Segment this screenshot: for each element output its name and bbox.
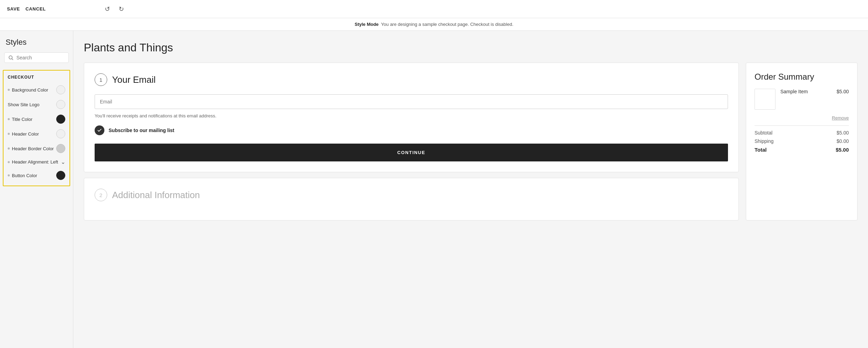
checkout-section: CHECKOUT Background Color Show Site Logo <box>3 70 70 186</box>
top-bar: SAVE CANCEL ↺ ↻ <box>0 0 868 18</box>
top-bar-left: SAVE CANCEL <box>7 6 46 12</box>
header-border-color-swatch[interactable] <box>56 144 65 153</box>
step1-title: Your Email <box>112 74 156 85</box>
step2-header: 2 Additional Information <box>95 189 728 201</box>
item-name: Sample Item <box>780 89 808 94</box>
step2-card: 2 Additional Information <box>84 178 739 220</box>
subscribe-row: Subscribe to our mailing list <box>95 125 728 135</box>
step1-number: 1 <box>95 73 107 86</box>
header-color-swatch[interactable] <box>56 129 65 138</box>
chevron-down-icon: ⌄ <box>61 159 65 165</box>
total-value: $5.00 <box>836 147 849 153</box>
dot-indicator <box>8 147 10 150</box>
title-color-swatch[interactable] <box>56 115 65 124</box>
step1-card: 1 Your Email You'll receive receipts and… <box>84 63 739 172</box>
step2-number: 2 <box>95 189 107 201</box>
order-divider <box>755 125 849 126</box>
dot-indicator <box>8 89 10 91</box>
dot-indicator <box>8 118 10 120</box>
header-color-label: Header Color <box>12 131 39 137</box>
shipping-value: $0.00 <box>837 138 849 144</box>
style-row-background-color: Background Color <box>3 82 69 97</box>
header-border-color-label: Header Border Color <box>12 146 54 151</box>
style-row-header-border-color: Header Border Color <box>3 141 69 156</box>
search-box[interactable] <box>4 52 69 63</box>
check-icon <box>95 125 104 135</box>
order-summary-title: Order Summary <box>755 72 849 82</box>
save-button[interactable]: SAVE <box>7 6 20 12</box>
section-header: CHECKOUT <box>3 73 69 82</box>
order-item: Sample Item $5.00 <box>755 89 849 110</box>
step1-header: 1 Your Email <box>95 73 728 86</box>
background-color-swatch[interactable] <box>56 85 65 94</box>
email-input[interactable] <box>95 94 728 109</box>
undo-button[interactable]: ↺ <box>102 3 113 15</box>
button-color-label: Button Color <box>12 173 37 178</box>
checkout-grid: 1 Your Email You'll receive receipts and… <box>84 63 858 220</box>
step2-title: Additional Information <box>112 190 200 201</box>
redo-button[interactable]: ↻ <box>116 3 127 15</box>
dot-indicator <box>8 174 10 176</box>
subscribe-label: Subscribe to our mailing list <box>109 128 174 133</box>
sidebar: Styles CHECKOUT Background Color S <box>0 31 73 348</box>
total-label: Total <box>755 147 767 153</box>
style-row-header-color: Header Color <box>3 126 69 141</box>
main-layout: Styles CHECKOUT Background Color S <box>0 31 868 348</box>
item-thumbnail <box>755 89 775 110</box>
content-area: Plants and Things 1 Your Email You'll re… <box>73 31 868 348</box>
subtotal-label: Subtotal <box>755 130 772 136</box>
style-mode-bar: Style Mode You are designing a sample ch… <box>0 18 868 31</box>
dot-indicator <box>8 133 10 135</box>
style-row-show-site-logo: Show Site Logo <box>3 97 69 112</box>
email-hint: You'll receive receipts and notification… <box>95 113 728 118</box>
sidebar-title: Styles <box>0 38 73 52</box>
svg-line-1 <box>12 59 13 60</box>
search-input[interactable] <box>16 55 65 60</box>
style-mode-label: Style Mode <box>355 22 379 27</box>
style-row-header-alignment[interactable]: Header Alignment: Left ⌄ <box>3 156 69 168</box>
style-row-button-color: Button Color <box>3 168 69 183</box>
undo-icon: ↺ <box>105 5 110 13</box>
order-summary: Order Summary Sample Item $5.00 Remove S… <box>746 63 858 220</box>
remove-link[interactable]: Remove <box>755 115 849 121</box>
show-site-logo-swatch[interactable] <box>56 100 65 109</box>
shipping-label: Shipping <box>755 138 774 144</box>
subtotal-value: $5.00 <box>837 130 849 136</box>
style-row-title-color: Title Color <box>3 112 69 126</box>
checkout-left-column: 1 Your Email You'll receive receipts and… <box>84 63 739 220</box>
title-color-label: Title Color <box>12 117 32 122</box>
subtotal-row: Subtotal $5.00 <box>755 130 849 136</box>
total-row: Total $5.00 <box>755 147 849 153</box>
button-color-swatch[interactable] <box>56 171 65 180</box>
item-price: $5.00 <box>837 89 849 94</box>
cancel-button[interactable]: CANCEL <box>25 6 46 12</box>
dot-indicator <box>8 161 10 163</box>
shipping-row: Shipping $0.00 <box>755 138 849 144</box>
show-site-logo-label: Show Site Logo <box>8 102 39 107</box>
continue-button[interactable]: CONTINUE <box>95 144 728 161</box>
style-mode-message: You are designing a sample checkout page… <box>381 22 513 27</box>
top-bar-icons: ↺ ↻ <box>102 3 127 15</box>
search-icon <box>8 55 14 60</box>
header-alignment-label: Header Alignment: Left <box>12 159 58 165</box>
background-color-label: Background Color <box>12 87 48 93</box>
redo-icon: ↻ <box>119 5 124 13</box>
page-title: Plants and Things <box>84 41 858 54</box>
